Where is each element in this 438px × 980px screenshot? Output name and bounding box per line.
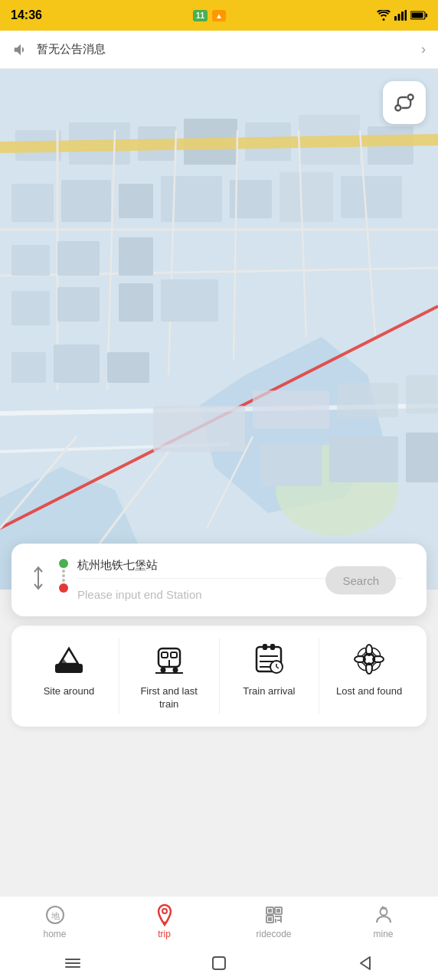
svg-rect-40 [161, 279, 218, 322]
svg-rect-64 [162, 652, 168, 658]
svg-rect-20 [119, 184, 153, 218]
bottom-nav: 地 home trip [0, 896, 438, 980]
action-first-last-train[interactable]: First and last train [119, 638, 219, 714]
home-nav-icon: 地 [44, 904, 66, 926]
route-icon [394, 92, 415, 113]
end-dot [59, 583, 68, 593]
action-lost-found[interactable]: Lost and found [319, 638, 419, 714]
svg-point-57 [395, 106, 400, 111]
home-system-button[interactable] [208, 952, 230, 975]
svg-rect-71 [263, 644, 267, 650]
svg-rect-51 [260, 444, 322, 486]
status-bar: 14:36 11 ▲ [0, 0, 438, 31]
connector-dot-3 [62, 579, 65, 582]
trip-nav-label: trip [158, 929, 171, 939]
schedule-icon [252, 642, 286, 676]
search-button[interactable]: Search [325, 566, 396, 594]
nav-items: 地 home trip [0, 897, 438, 946]
ridecode-nav-label: ridecode [256, 929, 291, 939]
lost-found-label: Lost and found [336, 685, 402, 698]
map-area [0, 69, 438, 590]
svg-rect-23 [279, 172, 333, 222]
svg-rect-3 [404, 10, 407, 21]
swap-container [27, 559, 50, 601]
trip-icon [155, 903, 175, 926]
action-site-around[interactable]: Site around [19, 638, 119, 714]
svg-rect-24 [341, 176, 402, 218]
mine-nav-label: mine [373, 929, 393, 939]
site-around-label: Site around [44, 685, 95, 698]
signal-icon [394, 10, 407, 21]
battery-icon: 11 [193, 10, 208, 21]
train-arrival-label: Train arrival [243, 685, 295, 698]
first-last-train-icon [151, 641, 188, 678]
svg-rect-50 [406, 375, 438, 413]
warn-icon: ▲ [212, 10, 226, 21]
train-arrival-icon [250, 641, 287, 678]
lost-icon [352, 642, 386, 676]
home-nav-label: home [43, 929, 66, 939]
announcement-text: 暂无公告消息 [37, 42, 106, 57]
nav-item-trip[interactable]: trip [110, 897, 219, 946]
start-dot [59, 559, 68, 568]
announcement-arrow: › [421, 41, 426, 57]
back-button[interactable] [354, 952, 377, 975]
svg-point-58 [408, 95, 413, 100]
announcement-bar[interactable]: 暂无公告消息 › [0, 31, 438, 69]
svg-rect-1 [397, 14, 400, 21]
status-icons: 11 ▲ [193, 10, 226, 21]
svg-rect-21 [161, 176, 222, 222]
svg-rect-38 [57, 287, 100, 322]
svg-rect-72 [270, 644, 275, 650]
svg-rect-98 [279, 916, 282, 917]
main-content: Search Site around [0, 544, 438, 834]
site-around-icon [51, 641, 87, 678]
svg-rect-39 [119, 283, 153, 322]
swap-button[interactable] [27, 563, 50, 597]
svg-rect-99 [275, 919, 276, 923]
nav-item-mine[interactable]: mine [328, 897, 438, 946]
svg-point-87 [371, 661, 382, 672]
home-icon: 地 [45, 905, 65, 925]
menu-button[interactable] [61, 952, 84, 975]
nav-item-ridecode[interactable]: ridecode [219, 897, 328, 946]
system-bar [0, 946, 438, 980]
svg-rect-96 [268, 917, 272, 921]
svg-rect-42 [11, 352, 46, 383]
svg-rect-48 [253, 390, 329, 429]
ridecode-nav-icon [263, 904, 285, 926]
svg-point-85 [371, 647, 382, 658]
svg-rect-47 [153, 406, 245, 452]
svg-rect-37 [11, 291, 50, 325]
quick-actions: Site around [11, 626, 427, 727]
route-button[interactable] [383, 81, 426, 124]
svg-rect-19 [61, 180, 111, 222]
announcement-left: 暂无公告消息 [12, 41, 106, 58]
first-last-train-label: First and last train [140, 685, 197, 711]
svg-rect-60 [55, 664, 83, 673]
svg-rect-34 [57, 241, 100, 276]
svg-rect-5 [411, 13, 423, 18]
connector-dot-2 [62, 574, 65, 577]
trip-nav-icon [154, 904, 175, 926]
svg-rect-97 [275, 916, 279, 917]
back-icon [358, 956, 372, 971]
svg-rect-33 [11, 245, 50, 276]
train-icon [152, 642, 186, 676]
svg-rect-53 [406, 433, 438, 482]
svg-point-102 [380, 908, 387, 915]
svg-point-86 [357, 661, 368, 672]
mountain-icon [52, 642, 86, 676]
map-svg [0, 69, 438, 590]
mine-icon [374, 905, 394, 925]
svg-rect-18 [11, 184, 54, 222]
action-train-arrival[interactable]: Train arrival [220, 638, 319, 714]
swap-icon [30, 566, 47, 590]
svg-rect-44 [107, 352, 149, 383]
nav-item-home[interactable]: 地 home [0, 897, 110, 946]
status-time: 14:36 [11, 8, 42, 22]
dot-column [59, 559, 68, 601]
svg-point-84 [357, 647, 368, 658]
menu-icon [64, 957, 81, 969]
status-right [377, 10, 427, 21]
